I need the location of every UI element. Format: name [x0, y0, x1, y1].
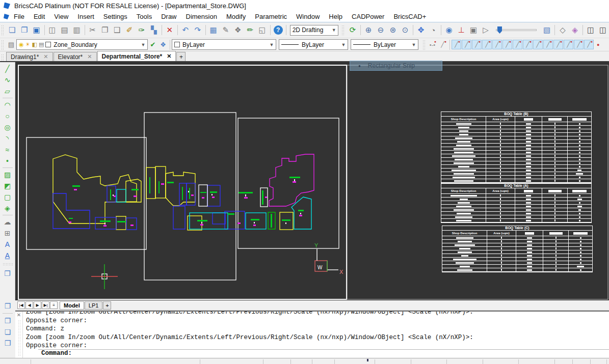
camera-icon[interactable]: ▣ [467, 24, 480, 36]
ellipse-icon[interactable]: ◎ [2, 122, 13, 133]
close-icon[interactable]: ✕ [167, 53, 171, 60]
layers-icon[interactable]: ▤ [6, 40, 16, 50]
layer-new-icon[interactable]: ❖ [158, 40, 168, 50]
tabbar-grip[interactable] [1, 54, 5, 61]
polyline-icon[interactable]: ∿ [2, 74, 13, 86]
edit-text-icon[interactable]: ✏ [244, 24, 256, 36]
text-icon[interactable]: A [2, 239, 13, 250]
first-layout-button[interactable]: |◀ [17, 301, 25, 309]
print-icon[interactable]: ▤ [59, 24, 71, 36]
layout-list-button[interactable]: ≡ [50, 301, 58, 309]
doc-tab-elevator-[interactable]: Elevator*✕ [54, 52, 97, 61]
undo-icon[interactable]: ↶ [179, 24, 192, 36]
menu-modify[interactable]: Modify [222, 12, 250, 21]
toolbar-grip[interactable] [341, 25, 345, 35]
copy-entities-icon[interactable]: ❐ [2, 268, 13, 279]
snap-intersection-icon[interactable]: ╱ [472, 40, 482, 49]
toolbar-grip[interactable] [1, 40, 5, 50]
snap-insertion-icon[interactable]: ╱ [492, 40, 502, 49]
viewport-single-icon[interactable]: ◫ [585, 24, 597, 36]
snap-center-icon[interactable]: ╱ [482, 40, 492, 49]
layer-states-icon[interactable]: ✔ [148, 40, 158, 50]
spline-icon[interactable]: ≈ [2, 144, 13, 155]
new-layout-button[interactable]: + [103, 301, 111, 310]
zoom-window-icon[interactable]: ⊙ [399, 24, 411, 36]
menu-settings[interactable]: Settings [99, 12, 132, 21]
workspace-select[interactable]: 2D Drafting ▼ [290, 25, 339, 36]
linetype-select[interactable]: ByLayer ▼ [279, 39, 348, 50]
box-icon[interactable]: ◇ [557, 24, 569, 36]
redo-icon[interactable]: ↷ [192, 24, 204, 36]
drawing-canvas[interactable]: YXW BOQ Table (B)Shop DescriptionArea (s… [15, 62, 609, 300]
toolbar-grip[interactable] [1, 25, 5, 35]
snap-apparent-intersection-icon[interactable]: ╱ [564, 40, 573, 49]
menu-draw[interactable]: Draw [156, 12, 181, 21]
snap-marker-icon[interactable]: •‑• [428, 40, 437, 49]
mirror-icon[interactable]: ❏ [2, 326, 14, 338]
region-icon[interactable]: ◈ [2, 203, 13, 214]
clean-screen-icon[interactable]: ◱ [256, 24, 269, 36]
drawing-explorer-icon[interactable]: ▦ [207, 24, 220, 36]
cut-icon[interactable]: ✂ [87, 24, 99, 36]
regen-icon[interactable]: ⟳ [347, 24, 359, 36]
menu-window[interactable]: Window [292, 12, 324, 21]
menu-tools[interactable]: Tools [132, 12, 156, 21]
layout-tab-model[interactable]: Model [60, 301, 84, 310]
polygon-icon[interactable]: ▱ [2, 86, 13, 97]
close-icon[interactable]: ✕ [87, 53, 92, 60]
menu-file[interactable]: File [9, 12, 29, 21]
hatch-icon[interactable]: ▨ [2, 169, 13, 180]
slider-thumb[interactable] [497, 26, 502, 34]
snap-node-icon[interactable]: ╱ [543, 40, 553, 49]
ellipse-arc-icon[interactable]: ◝ [2, 133, 13, 144]
snap-extension-icon[interactable]: ╱ [553, 40, 563, 49]
visual-style-icon[interactable]: ◉ [443, 24, 455, 36]
menu-parametric[interactable]: Parametric [250, 12, 292, 21]
snap-perpendicular-icon[interactable]: ╱ [502, 40, 512, 49]
circle-icon[interactable]: ○ [2, 110, 13, 122]
print-preview-icon[interactable]: ◫ [46, 24, 59, 36]
line-icon[interactable]: ╱ [2, 63, 13, 74]
single-line-text-icon[interactable]: A [2, 250, 13, 261]
ucs-icon[interactable]: ⊥ [455, 24, 467, 36]
look-from-icon[interactable]: ◔ [427, 24, 439, 36]
color-select[interactable]: ByLayer ▼ [172, 39, 276, 50]
menu-insert[interactable]: Insert [73, 12, 99, 21]
close-icon[interactable]: ✕ [43, 53, 48, 60]
menu-help[interactable]: Help [324, 12, 347, 21]
help-icon[interactable]: ? [274, 25, 283, 35]
open-file-icon[interactable]: ❐ [18, 24, 31, 36]
pan-icon[interactable]: ✥ [415, 24, 427, 36]
match-properties-icon[interactable]: ✑ [136, 24, 148, 36]
render-icon[interactable]: ◈ [569, 24, 581, 36]
status-bar[interactable] [0, 358, 609, 364]
new-document-tab-button[interactable]: + [176, 52, 186, 61]
boundary-icon[interactable]: ▢ [2, 191, 13, 203]
snap-midpoint-icon[interactable]: ╱ [462, 40, 471, 49]
point-icon[interactable]: • [2, 155, 13, 166]
prev-layout-button[interactable]: ◀ [25, 301, 33, 309]
viewport-split-icon[interactable]: ◫ [597, 24, 609, 36]
snap-point-icon[interactable]: ● [597, 42, 599, 47]
render-quality-slider[interactable] [496, 29, 537, 31]
table-icon[interactable]: ⊞ [2, 228, 13, 239]
paste-icon[interactable]: ❑ [111, 24, 123, 36]
toolbar-grip[interactable] [422, 40, 426, 50]
select-icon[interactable]: ▚ [148, 24, 160, 36]
snap-endpoint-icon[interactable]: ╱ [452, 40, 461, 49]
image-adjust-icon[interactable]: ▧ [541, 24, 553, 36]
menu-view[interactable]: View [49, 12, 73, 21]
doc-tab-departmental-store-[interactable]: Departmental_Store*✕ [97, 51, 176, 61]
zoom-in-icon[interactable]: ⊕ [362, 24, 375, 36]
copy-icon-2[interactable]: ❐ [2, 315, 14, 326]
settings-icon[interactable]: ❖ [232, 24, 244, 36]
layer-select[interactable]: ◉☀◧▤ Zone_Boundary ▼ [16, 39, 148, 50]
snap-tracking-icon[interactable]: ╱ [438, 40, 447, 49]
zoom-out-icon[interactable]: ⊖ [375, 24, 387, 36]
layout-tab-lp1[interactable]: LP1 [85, 301, 103, 310]
command-input[interactable]: Command: [38, 349, 609, 358]
zoom-extents-icon[interactable]: ⊛ [387, 24, 399, 36]
revision-cloud-icon[interactable]: ☁ [2, 216, 13, 228]
menu-dimension[interactable]: Dimension [181, 12, 222, 21]
move-icon[interactable]: ❐ [2, 300, 14, 312]
